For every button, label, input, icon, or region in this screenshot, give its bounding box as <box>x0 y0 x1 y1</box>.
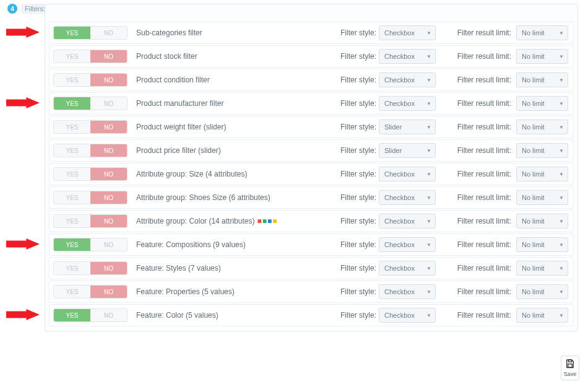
toggle-yes[interactable]: YES <box>54 97 90 110</box>
enable-toggle[interactable]: YESNO <box>53 120 128 134</box>
enable-toggle[interactable]: YESNO <box>53 214 128 228</box>
enable-toggle[interactable]: YESNO <box>53 285 128 299</box>
toggle-yes[interactable]: YES <box>54 238 90 251</box>
callout-arrow-icon <box>5 97 41 108</box>
enable-toggle[interactable]: YESNO <box>53 191 128 204</box>
filter-style-select[interactable]: Slider <box>379 143 436 158</box>
enable-toggle[interactable]: YESNO <box>53 73 128 87</box>
svg-marker-1 <box>6 97 40 108</box>
filter-style-select[interactable]: Checkbox <box>379 190 436 205</box>
filter-row: YESNOFeature: Properties (5 values)Filte… <box>49 281 574 303</box>
filter-result-limit-select[interactable]: No limit <box>516 237 568 252</box>
enable-toggle[interactable]: YESNO <box>53 238 128 251</box>
toggle-no[interactable]: NO <box>90 168 127 180</box>
enable-toggle[interactable]: YESNO <box>53 26 128 40</box>
enable-toggle[interactable]: YESNO <box>53 167 128 181</box>
filter-result-limit-select[interactable]: No limit <box>516 120 568 134</box>
filter-result-limit-label: Filter result limit: <box>454 311 516 320</box>
svg-rect-5 <box>568 364 573 367</box>
filter-result-limit-label: Filter result limit: <box>454 146 516 155</box>
filter-result-limit-select[interactable]: No limit <box>516 214 568 229</box>
filter-result-limit-select[interactable]: No limit <box>516 284 568 299</box>
toggle-no[interactable]: NO <box>90 191 127 204</box>
filter-result-limit-select[interactable]: No limit <box>516 167 568 181</box>
filter-style-label: Filter style: <box>340 28 379 37</box>
filter-row: YESNOProduct weight filter (slider)Filte… <box>49 116 574 138</box>
filter-style-select[interactable]: Checkbox <box>379 284 436 299</box>
enable-toggle[interactable]: YESNO <box>53 308 128 322</box>
toggle-yes[interactable]: YES <box>54 286 90 298</box>
svg-marker-2 <box>6 238 40 250</box>
filter-result-limit-label: Filter result limit: <box>454 99 516 108</box>
filter-style-select[interactable]: Checkbox <box>379 261 436 276</box>
toggle-yes[interactable]: YES <box>54 168 90 180</box>
filter-style-select[interactable]: Slider <box>379 120 436 134</box>
toggle-no[interactable]: NO <box>90 121 127 133</box>
filter-name: Feature: Compositions (9 values) <box>128 240 340 249</box>
toggle-no[interactable]: NO <box>90 74 127 86</box>
toggle-yes[interactable]: YES <box>54 50 90 63</box>
filter-result-limit-label: Filter result limit: <box>454 28 516 37</box>
toggle-no[interactable]: NO <box>90 144 127 157</box>
toggle-no[interactable]: NO <box>90 97 127 110</box>
filter-result-limit-label: Filter result limit: <box>454 76 516 84</box>
enable-toggle[interactable]: YESNO <box>53 50 128 63</box>
filter-style-label: Filter style: <box>340 311 379 320</box>
callout-arrow-icon <box>5 309 41 320</box>
toggle-yes[interactable]: YES <box>54 309 90 321</box>
toggle-yes[interactable]: YES <box>54 121 90 133</box>
filter-row: YESNOAttribute group: Size (4 attributes… <box>49 163 574 185</box>
toggle-no[interactable]: NO <box>90 238 127 251</box>
filter-style-select[interactable]: Checkbox <box>379 72 436 87</box>
filter-row: YESNOAttribute group: Shoes Size (6 attr… <box>49 186 574 209</box>
filter-result-limit-select[interactable]: No limit <box>516 190 568 205</box>
toggle-yes[interactable]: YES <box>54 191 90 204</box>
filter-style-label: Filter style: <box>340 76 379 84</box>
filters-panel: YESNOSub-categories filterFilter style:C… <box>45 4 578 332</box>
filter-style-label: Filter style: <box>340 217 379 225</box>
toggle-yes[interactable]: YES <box>54 144 90 157</box>
toggle-yes[interactable]: YES <box>54 27 90 39</box>
filter-result-limit-select[interactable]: No limit <box>516 308 568 323</box>
callout-arrow-icon <box>5 238 41 250</box>
toggle-yes[interactable]: YES <box>54 262 90 274</box>
filter-style-select[interactable]: Checkbox <box>379 96 436 111</box>
filter-result-limit-select[interactable]: No limit <box>516 143 568 158</box>
filter-style-select[interactable]: Checkbox <box>379 237 436 252</box>
filter-result-limit-select[interactable]: No limit <box>516 25 568 40</box>
filter-row: YESNOAttribute group: Color (14 attribut… <box>49 210 574 232</box>
filter-style-select[interactable]: Checkbox <box>379 49 436 64</box>
svg-marker-3 <box>6 309 40 320</box>
save-button[interactable]: Save <box>561 356 579 380</box>
filter-result-limit-select[interactable]: No limit <box>516 72 568 87</box>
filter-result-limit-select[interactable]: No limit <box>516 261 568 276</box>
enable-toggle[interactable]: YESNO <box>53 144 128 157</box>
filter-style-select[interactable]: Checkbox <box>379 167 436 181</box>
filter-row: YESNOProduct manufacturer filterFilter s… <box>49 92 574 115</box>
toggle-no[interactable]: NO <box>90 50 127 63</box>
filter-style-label: Filter style: <box>340 170 379 178</box>
filter-style-select[interactable]: Checkbox <box>379 25 436 40</box>
filter-result-limit-select[interactable]: No limit <box>516 96 568 111</box>
toggle-no[interactable]: NO <box>90 262 127 274</box>
color-swatch-icon: ■■■■ <box>257 217 277 225</box>
filter-style-select[interactable]: Checkbox <box>379 308 436 323</box>
toggle-yes[interactable]: YES <box>54 74 90 86</box>
filter-result-limit-label: Filter result limit: <box>454 170 516 178</box>
toggle-no[interactable]: NO <box>90 27 127 39</box>
filter-style-select[interactable]: Checkbox <box>379 214 436 229</box>
filter-result-limit-label: Filter result limit: <box>454 193 516 202</box>
filter-row: YESNOFeature: Compositions (9 values)Fil… <box>49 233 574 256</box>
enable-toggle[interactable]: YESNO <box>53 97 128 110</box>
callout-arrow-icon <box>5 27 41 38</box>
enable-toggle[interactable]: YESNO <box>53 261 128 275</box>
toggle-no[interactable]: NO <box>90 215 127 227</box>
svg-marker-0 <box>6 27 40 38</box>
filter-name: Product stock filter <box>128 52 340 61</box>
toggle-no[interactable]: NO <box>90 309 127 321</box>
save-label: Save <box>564 371 577 377</box>
toggle-no[interactable]: NO <box>90 286 127 298</box>
toggle-yes[interactable]: YES <box>54 215 90 227</box>
filter-result-limit-select[interactable]: No limit <box>516 49 568 64</box>
filter-result-limit-label: Filter result limit: <box>454 287 516 296</box>
